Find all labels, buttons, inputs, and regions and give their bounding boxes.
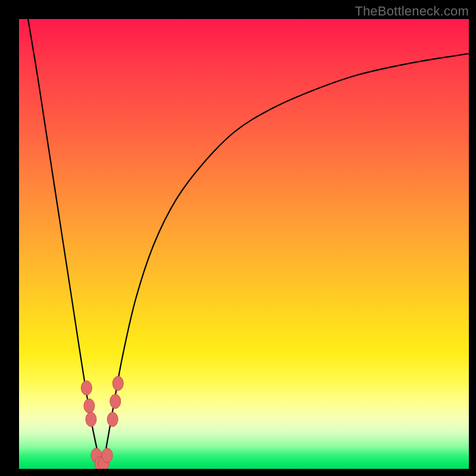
- plot-area: [19, 19, 469, 469]
- data-marker: [86, 412, 96, 427]
- data-marker: [84, 399, 95, 413]
- chart-frame: TheBottleneck.com: [0, 0, 476, 476]
- watermark-text: TheBottleneck.com: [355, 4, 469, 19]
- data-markers: [81, 376, 123, 469]
- curve-layer: [19, 19, 469, 469]
- data-marker: [81, 381, 92, 395]
- data-marker: [107, 412, 118, 427]
- data-marker: [110, 394, 121, 409]
- bottleneck-curve: [28, 19, 469, 469]
- data-marker: [102, 448, 112, 462]
- data-marker: [112, 376, 123, 390]
